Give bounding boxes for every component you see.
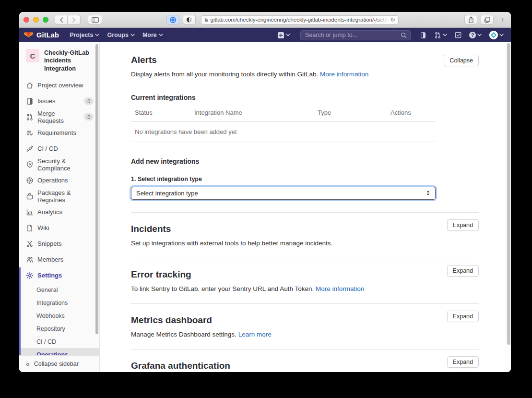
sidebar-item-wiki[interactable]: Wiki (19, 220, 99, 236)
settings-subitem-operations[interactable]: Operations (21, 348, 99, 355)
metrics-dashboard-section: Expand Metrics dashboard Manage Metrics … (131, 304, 479, 350)
error-tracking-more-info-link[interactable]: More information (316, 285, 364, 292)
sidebar-item-snippets[interactable]: Snippets (19, 236, 99, 252)
error-tracking-section: Expand Error tracking To link Sentry to … (131, 258, 479, 304)
sidebar-scrollbar-thumb[interactable] (95, 44, 98, 334)
expand-incidents-button[interactable]: Expand (447, 219, 479, 231)
chevron-down-icon (159, 34, 163, 36)
url-field[interactable]: gitlab.com/checkly-engineering/checkly-g… (201, 15, 399, 24)
zoom-window-button[interactable] (43, 17, 48, 23)
chevron-down-icon (499, 34, 504, 36)
lock-icon (204, 17, 208, 22)
sidebar-item-members[interactable]: Members (19, 252, 99, 267)
user-avatar (489, 31, 498, 39)
reload-button[interactable]: ↻ (390, 16, 395, 23)
project-header[interactable]: C Checkly-GitLab incidents integration (19, 45, 99, 77)
settings-subitem-general[interactable]: General (21, 283, 99, 296)
settings-subitem-repository[interactable]: Repository (21, 322, 99, 335)
issues-dashboard-button[interactable] (417, 28, 429, 42)
subitem-label: General (36, 287, 58, 293)
chevron-down-icon (286, 34, 290, 36)
select-integration-type[interactable]: Select integration type (131, 187, 436, 200)
gitlab-home-link[interactable]: GitLab (24, 31, 59, 39)
user-menu-button[interactable] (487, 28, 506, 42)
column-status: Status (131, 109, 194, 116)
chevron-down-icon (477, 34, 482, 36)
requirements-icon (26, 129, 34, 137)
menu-more[interactable]: More (139, 28, 167, 42)
metrics-learn-more-link[interactable]: Learn more (238, 331, 272, 338)
settings-group: Settings General Integrations Webhooks R… (19, 267, 99, 355)
new-menu-button[interactable] (275, 28, 293, 42)
menu-projects[interactable]: Projects (66, 28, 103, 42)
collapse-alerts-button[interactable]: Collapse (444, 55, 479, 66)
sidebar-item-settings[interactable]: Settings (21, 267, 99, 283)
sidebar-item-merge-requests[interactable]: Merge Requests 0 (19, 109, 99, 125)
column-type: Type (318, 109, 390, 116)
menu-groups[interactable]: Groups (103, 28, 138, 42)
shield-extension-button[interactable] (183, 15, 196, 24)
rocket-icon (26, 145, 34, 153)
incidents-title: Incidents (131, 220, 479, 234)
merge-requests-button[interactable] (432, 28, 449, 42)
subitem-label: Repository (36, 326, 65, 332)
share-button[interactable] (464, 15, 477, 24)
merge-requests-count-badge: 0 (84, 113, 94, 121)
sidebar-toggle-button[interactable] (88, 15, 102, 24)
help-menu-button[interactable]: ? (467, 28, 484, 42)
select-integration-type-value: Select integration type (136, 190, 198, 197)
gitlab-navbar: GitLab Projects Groups More (19, 28, 511, 42)
subitem-label: Operations (36, 351, 68, 355)
sidebar-item-operations[interactable]: Operations (19, 172, 99, 188)
integrations-empty-row: No integrations have been added yet (131, 122, 436, 142)
chevron-left-icon (59, 17, 63, 23)
sidebar-item-security-compliance[interactable]: Security & Compliance (19, 157, 99, 172)
identicon-avatar-icon (489, 31, 498, 39)
merge-request-icon (26, 113, 34, 121)
tab-overview-button[interactable] (481, 15, 494, 24)
search-input[interactable] (300, 30, 411, 40)
sidebar-item-requirements[interactable]: Requirements (19, 125, 99, 141)
close-window-button[interactable] (24, 17, 29, 23)
expand-grafana-button[interactable]: Expand (447, 356, 479, 368)
back-button[interactable] (55, 15, 68, 24)
sidebar-item-issues[interactable]: Issues 0 (19, 93, 99, 109)
todos-button[interactable] (452, 28, 464, 42)
page-scrollbar[interactable] (506, 42, 511, 372)
subitem-label: Integrations (36, 300, 68, 306)
sidebar-item-label: Members (37, 256, 63, 263)
book-icon (26, 224, 34, 232)
collapse-sidebar-button[interactable]: « Collapse sidebar (19, 355, 99, 372)
page-scrollbar-thumb[interactable] (507, 43, 510, 345)
column-actions: Actions (390, 109, 436, 116)
forward-button[interactable] (68, 15, 81, 24)
shield-icon (26, 161, 34, 169)
sidebar-item-project-overview[interactable]: Project overview (19, 77, 99, 93)
metrics-dashboard-description: Manage Metrics Dashboard settings. Learn… (131, 330, 438, 339)
more-information-link[interactable]: More information (320, 71, 368, 78)
menu-groups-label: Groups (107, 32, 128, 38)
sidebar-icon (92, 17, 99, 23)
sidebar-item-ci-cd[interactable]: CI / CD (19, 141, 99, 157)
expand-error-tracking-button[interactable]: Expand (447, 265, 479, 277)
settings-subitem-webhooks[interactable]: Webhooks (21, 309, 99, 322)
error-tracking-description-text: To link Sentry to GitLab, enter your Sen… (131, 285, 314, 292)
search-icon (401, 32, 407, 38)
sidebar-item-analytics[interactable]: Analytics (19, 204, 99, 220)
sidebar-item-label: Security & Compliance (37, 157, 94, 172)
expand-metrics-dashboard-button[interactable]: Expand (447, 311, 479, 322)
settings-subitem-ci-cd[interactable]: CI / CD (21, 335, 99, 348)
issues-count-badge: 0 (84, 97, 94, 105)
settings-operations-content: Collapse Alerts Display alerts from all … (100, 42, 506, 372)
issues-icon (420, 32, 426, 39)
minimize-window-button[interactable] (33, 17, 39, 23)
integrations-table: Status Integration Name Type Actions No … (131, 104, 436, 142)
sidebar-item-packages-registries[interactable]: Packages & Registries (19, 188, 99, 204)
settings-subitem-integrations[interactable]: Integrations (21, 296, 99, 309)
onepassword-extension-button[interactable] (166, 15, 179, 24)
alerts-description: Display alerts from all your monitoring … (131, 70, 438, 79)
sidebar-item-label: Snippets (37, 240, 62, 247)
new-tab-button[interactable]: + (499, 16, 507, 24)
history-nav-group (55, 15, 81, 24)
incidents-section: Expand Incidents Set up integrations wit… (131, 213, 479, 258)
